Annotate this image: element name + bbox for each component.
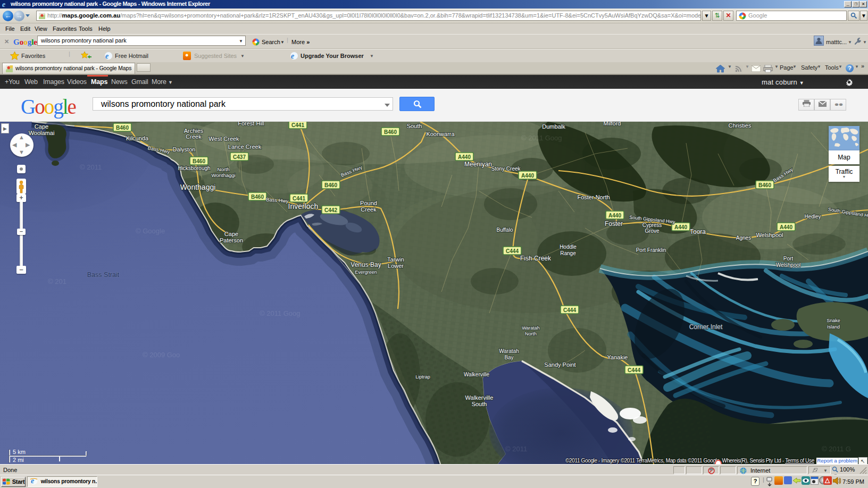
svg-text:2 mi: 2 mi	[13, 457, 24, 463]
svg-text:Sandy Point: Sandy Point	[544, 361, 575, 368]
svg-text:Buffalo: Buffalo	[497, 227, 513, 233]
svg-text:Venus Bay: Venus Bay	[350, 261, 381, 268]
svg-text:A440: A440	[780, 224, 792, 230]
svg-text:Port: Port	[783, 256, 794, 262]
svg-text:Meeniyan: Meeniyan	[464, 161, 492, 168]
svg-text:© 2011: © 2011	[505, 445, 527, 453]
svg-text:© 2011 Goog: © 2011 Goog	[260, 309, 301, 317]
svg-text:Hicksborough: Hicksborough	[178, 165, 210, 171]
svg-text:Welshpool: Welshpool	[776, 262, 801, 268]
svg-text:Pound: Pound	[360, 200, 377, 206]
svg-text:Walkerville: Walkerville	[465, 394, 494, 401]
svg-text:Bay: Bay	[504, 355, 513, 360]
svg-text:Paterson: Paterson	[220, 237, 243, 243]
svg-text:© Google: © Google	[136, 227, 165, 235]
svg-text:© 2011 Goog: © 2011 Goog	[521, 134, 562, 142]
svg-text:Grove: Grove	[645, 228, 660, 234]
svg-text:Foster: Foster	[605, 220, 623, 228]
svg-text:B460: B460	[758, 182, 771, 188]
svg-text:A440: A440	[674, 224, 687, 230]
svg-text:Stony Creek: Stony Creek	[491, 166, 521, 172]
svg-text:Lance Creek: Lance Creek	[228, 144, 262, 150]
svg-text:North: North	[525, 331, 537, 336]
svg-text:Port Franklin: Port Franklin	[636, 247, 666, 253]
svg-text:B460: B460	[193, 158, 205, 164]
svg-text:C444: C444	[563, 307, 576, 313]
svg-text:Welshpool: Welshpool	[756, 232, 783, 238]
svg-text:Creek: Creek	[186, 133, 202, 140]
svg-text:Liptrap: Liptrap	[415, 374, 430, 380]
svg-text:Milford: Milford	[603, 122, 621, 127]
svg-text:Wonthaggi: Wonthaggi	[211, 172, 235, 178]
svg-text:Evergreen: Evergreen	[355, 270, 377, 275]
svg-text:Woolamai: Woolamai	[29, 130, 55, 136]
svg-text:Forest Hill: Forest Hill	[238, 122, 264, 127]
svg-text:C444: C444	[628, 367, 640, 373]
svg-text:South: South	[472, 401, 487, 407]
svg-text:Range: Range	[560, 250, 576, 256]
svg-text:Hoddle: Hoddle	[560, 244, 577, 250]
svg-text:Toora: Toora	[690, 228, 706, 235]
svg-text:Dumbalk: Dumbalk	[542, 123, 565, 130]
svg-text:Christies: Christies	[729, 122, 752, 129]
svg-text:© 201: © 201	[48, 277, 66, 285]
svg-text:Lower: Lower	[388, 263, 404, 269]
svg-text:Koonwarra: Koonwarra	[426, 131, 455, 137]
svg-text:e: e	[2, 1, 5, 8]
svg-text:Cape: Cape	[224, 231, 238, 237]
svg-text:e: e	[105, 52, 108, 60]
svg-text:A440: A440	[458, 154, 471, 160]
svg-text:C437: C437	[233, 154, 246, 160]
svg-text:Inverloch: Inverloch	[288, 202, 319, 211]
svg-text:e: e	[291, 52, 294, 60]
svg-text:C441: C441	[293, 196, 305, 201]
svg-text:Waratah: Waratah	[499, 348, 519, 354]
svg-text:Tarwin: Tarwin	[387, 256, 404, 263]
svg-text:C441: C441	[291, 122, 304, 128]
svg-text:© 2011 G: © 2011 G	[822, 445, 851, 453]
svg-text:A440: A440	[608, 213, 621, 218]
svg-text:Agnes: Agnes	[736, 235, 751, 241]
svg-text:South: South	[407, 123, 422, 129]
svg-text:North: North	[217, 166, 229, 172]
svg-text:© 2009 Goo: © 2009 Goo	[143, 351, 180, 359]
svg-text:Creek: Creek	[361, 206, 377, 213]
svg-text:Island: Island	[827, 324, 840, 330]
svg-text:Wonthaggi: Wonthaggi	[180, 183, 216, 191]
svg-text:B460: B460	[116, 125, 129, 131]
svg-text:A440: A440	[521, 173, 534, 179]
svg-text:Walkerville: Walkerville	[464, 372, 489, 377]
svg-text:C444: C444	[506, 248, 519, 254]
svg-text:Waratah: Waratah	[522, 325, 540, 331]
svg-text:Corner Inlet: Corner Inlet	[689, 323, 723, 331]
svg-text:Hedley: Hedley	[804, 214, 821, 220]
svg-text:B460: B460	[324, 182, 337, 188]
svg-text:Yanakie: Yanakie	[607, 354, 628, 360]
svg-text:Foster North: Foster North	[577, 194, 610, 200]
svg-text:Bass Strait: Bass Strait	[87, 271, 120, 279]
svg-text:B460: B460	[251, 194, 264, 200]
svg-text:B460: B460	[384, 129, 397, 135]
svg-text:C442: C442	[324, 207, 337, 213]
svg-text:© 2011: © 2011	[80, 163, 102, 171]
svg-text:Kilcunda: Kilcunda	[126, 135, 149, 141]
svg-text:Snake: Snake	[827, 318, 840, 323]
svg-text:Dalyston: Dalyston	[173, 146, 196, 153]
svg-text:Cypress: Cypress	[642, 222, 662, 228]
svg-text:West Creek: West Creek	[208, 136, 239, 142]
svg-text:Fish Creek: Fish Creek	[520, 255, 552, 262]
svg-text:Cape: Cape	[35, 123, 48, 130]
svg-text:5 km: 5 km	[13, 449, 26, 455]
